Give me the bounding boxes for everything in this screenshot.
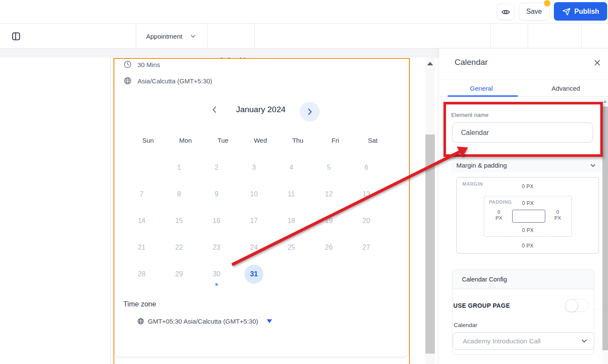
calendar-day[interactable]: 19 <box>310 208 348 234</box>
calendar-day[interactable]: 1 <box>160 154 198 181</box>
calendar-day[interactable]: 8 <box>160 181 198 208</box>
calendar-day[interactable]: 9 <box>198 181 235 208</box>
panel-title: Calendar <box>455 58 488 67</box>
weekday-label: Mon <box>167 137 204 144</box>
chevron-right-icon <box>306 108 313 116</box>
calendar-day[interactable]: 4 <box>273 154 310 181</box>
calendar-day[interactable]: 22 <box>160 234 198 261</box>
calendar-day[interactable]: 13 <box>348 181 385 208</box>
calendar-widget[interactable]: 30 Mins Asia/Calcutta (GMT+5:30) January… <box>114 59 409 357</box>
calendar-day[interactable]: 17 <box>235 208 272 234</box>
padding-left-value[interactable]: 0 PX <box>490 209 507 221</box>
calendar-day[interactable]: 27 <box>348 234 385 261</box>
weekday-label: Wed <box>241 137 279 144</box>
calendar-day-with-dot[interactable]: 30 <box>198 261 235 288</box>
padding-top-value[interactable]: 0 PX <box>484 200 571 206</box>
padding-right-value[interactable]: 0 PX <box>549 209 566 221</box>
toolbar-divider <box>136 24 136 49</box>
toggle-knob <box>565 299 578 312</box>
calendar-day[interactable]: 6 <box>348 154 385 181</box>
panel-scrollbar[interactable] <box>602 98 608 364</box>
calendar-day[interactable]: 10 <box>235 181 272 208</box>
tab-advanced[interactable]: Advanced <box>524 80 608 96</box>
toolbar-divider <box>490 24 491 49</box>
calendar-day-empty <box>310 261 348 288</box>
sidebar-toggle-button[interactable] <box>11 31 21 41</box>
calendar-day[interactable]: 16 <box>198 208 235 234</box>
layout-columns-icon <box>11 31 21 41</box>
send-icon <box>562 7 571 16</box>
toolbar-divider <box>528 24 528 49</box>
preview-button[interactable] <box>497 3 514 20</box>
element-name-label: Element name <box>451 112 489 118</box>
top-bar: Save Publish <box>0 0 608 24</box>
weekday-label: Sun <box>129 137 167 144</box>
calendar-day[interactable]: 14 <box>123 208 160 234</box>
timezone-value: GMT+05:30 Asia/Calcutta (GMT+5:30) <box>148 318 258 325</box>
calendar-day[interactable]: 11 <box>273 181 310 208</box>
calendar-days-grid: 1 2 3 4 5 6 7 8 9 10 11 12 13 14 15 16 1… <box>123 154 385 288</box>
calendar-day-selected[interactable]: 31 <box>235 261 272 288</box>
timezone-dropdown[interactable]: GMT+05:30 Asia/Calcutta (GMT+5:30) <box>137 318 272 325</box>
previous-month-button[interactable] <box>210 105 219 114</box>
use-group-page-row: USE GROUP PAGE <box>453 299 594 312</box>
close-icon <box>593 59 601 67</box>
calendar-day[interactable]: 29 <box>160 261 198 288</box>
padding-bottom-value[interactable]: 0 PX <box>484 227 571 233</box>
calendar-day[interactable]: 5 <box>310 154 348 181</box>
page-selector-dropdown[interactable]: Appointment <box>146 24 196 49</box>
save-label: Save <box>526 8 542 15</box>
weekday-header-row: Sun Mon Tue Wed Thu Fri Sat <box>129 137 391 144</box>
scroll-up-arrow[interactable] <box>603 100 607 103</box>
tab-general[interactable]: General <box>439 80 524 96</box>
chevron-left-icon <box>211 106 218 113</box>
meeting-timezone: Asia/Calcutta (GMT+5:30) <box>137 77 212 85</box>
canvas-top-gap <box>0 49 439 58</box>
calendar-day[interactable]: 15 <box>160 208 198 234</box>
margin-top-value[interactable]: 0 PX <box>457 184 599 190</box>
calendar-day[interactable]: 26 <box>310 234 348 261</box>
scrollbar-thumb[interactable] <box>602 107 608 350</box>
page-selector-label: Appointment <box>146 33 182 40</box>
meeting-duration: 30 Mins <box>137 61 160 68</box>
calendar-day-empty <box>348 261 385 288</box>
use-group-page-toggle[interactable] <box>565 299 589 312</box>
weekday-label: Fri <box>317 137 354 144</box>
toolbar-divider <box>581 24 582 49</box>
calendar-day[interactable]: 2 <box>198 154 235 181</box>
margin-padding-section-header[interactable]: Margin & padding <box>451 158 602 172</box>
calendar-config-header: Calendar Config <box>452 270 594 289</box>
calendar-day[interactable]: 18 <box>273 208 310 234</box>
calendar-day[interactable]: 7 <box>123 181 160 208</box>
calendar-config-card: Calendar Config USE GROUP PAGE Calendar … <box>452 269 594 355</box>
globe-icon <box>123 76 132 85</box>
margin-diagram: MARGIN 0 PX PADDING 0 PX 0 PX 0 PX 0 PX … <box>456 177 599 254</box>
scrollbar-thumb[interactable] <box>425 135 435 354</box>
canvas-scrollbar[interactable] <box>425 57 435 364</box>
panel-tabs: General Advanced <box>439 80 608 97</box>
calendar-day[interactable]: 3 <box>235 154 272 181</box>
element-name-input[interactable] <box>452 122 593 143</box>
month-title: January 2024 <box>231 105 291 114</box>
calendar-day-empty <box>273 261 310 288</box>
calendar-select[interactable]: Academy Introduction Call <box>453 332 594 350</box>
calendar-day[interactable]: 28 <box>123 261 160 288</box>
calendar-day[interactable]: 23 <box>198 234 235 261</box>
calendar-day[interactable]: 20 <box>348 208 385 234</box>
chevron-down-icon <box>581 337 588 345</box>
caret-down-icon <box>267 319 272 323</box>
close-panel-button[interactable] <box>593 58 602 67</box>
calendar-day[interactable]: 12 <box>310 181 348 208</box>
content-box-input[interactable] <box>512 210 545 223</box>
next-month-button[interactable] <box>300 102 320 122</box>
calendar-day[interactable]: 25 <box>273 234 310 261</box>
unsaved-changes-dot <box>544 0 550 6</box>
scroll-up-arrow[interactable] <box>427 62 433 65</box>
publish-button[interactable]: Publish <box>554 2 607 21</box>
margin-bottom-value[interactable]: 0 PX <box>457 243 599 249</box>
clock-icon <box>123 60 132 69</box>
calendar-day[interactable]: 24 <box>235 234 272 261</box>
calendar-day[interactable]: 21 <box>123 234 160 261</box>
use-group-page-label: USE GROUP PAGE <box>453 302 510 309</box>
publish-label: Publish <box>574 8 599 15</box>
